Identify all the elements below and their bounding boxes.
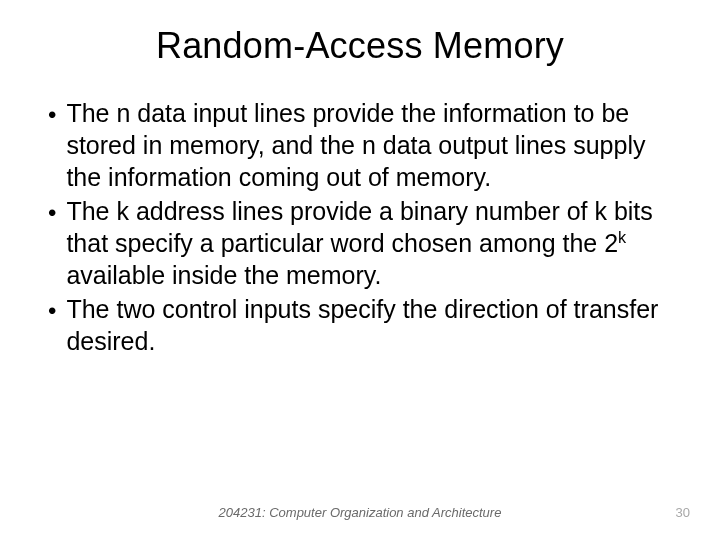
slide: Random-Access Memory • The n data input … — [0, 0, 720, 540]
bullet-icon: • — [48, 295, 56, 327]
page-number: 30 — [676, 505, 690, 520]
bullet-text: The k address lines provide a binary num… — [66, 195, 680, 291]
superscript: k — [618, 228, 626, 246]
list-item: • The two control inputs specify the dir… — [48, 293, 680, 357]
bullet-icon: • — [48, 99, 56, 131]
footer-text: 204231: Computer Organization and Archit… — [0, 505, 720, 520]
bullet-list: • The n data input lines provide the inf… — [40, 97, 680, 357]
bullet-text: The n data input lines provide the infor… — [66, 97, 680, 193]
list-item: • The n data input lines provide the inf… — [48, 97, 680, 193]
list-item: • The k address lines provide a binary n… — [48, 195, 680, 291]
slide-title: Random-Access Memory — [40, 25, 680, 67]
bullet-icon: • — [48, 197, 56, 229]
bullet-text: The two control inputs specify the direc… — [66, 293, 680, 357]
